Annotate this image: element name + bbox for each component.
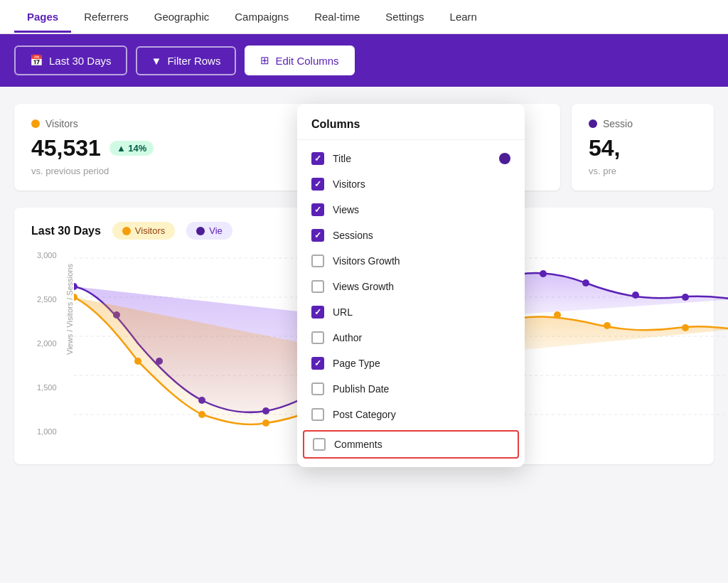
- svg-point-13: [134, 358, 141, 365]
- columns-icon: ⊞: [260, 54, 269, 67]
- col-comments[interactable]: Comments: [303, 430, 519, 459]
- nav-settings[interactable]: Settings: [373, 1, 437, 33]
- col-views[interactable]: Views: [297, 197, 525, 223]
- svg-point-20: [582, 279, 589, 287]
- sessions-sub: vs. pre: [589, 166, 697, 176]
- filter-rows-button[interactable]: ▼ Filter Rows: [136, 46, 237, 75]
- col-post-category[interactable]: Post Category: [297, 402, 525, 427]
- y-tick-1000: 1,000: [37, 427, 65, 436]
- sessions-value: 54,: [589, 135, 697, 161]
- col-publish-date-checkbox[interactable]: [311, 383, 324, 395]
- visitors-badge: ▲ 14%: [109, 141, 154, 156]
- y-axis: 3,000 2,500 2,000 1,500 1,000: [31, 251, 70, 450]
- toolbar: 📅 Last 30 Days ▼ Filter Rows ⊞ Edit Colu…: [0, 34, 728, 87]
- y-tick-3000: 3,000: [37, 251, 65, 260]
- col-visitors-growth[interactable]: Visitors Growth: [297, 248, 525, 274]
- col-visitors-growth-label: Visitors Growth: [333, 255, 400, 267]
- legend-visitors[interactable]: Visitors: [112, 222, 175, 240]
- col-views-label: Views: [333, 204, 359, 215]
- col-page-type-checkbox[interactable]: [311, 357, 324, 370]
- col-post-category-checkbox[interactable]: [311, 408, 324, 421]
- y-tick-2000: 2,000: [37, 339, 65, 348]
- svg-point-22: [682, 294, 689, 301]
- svg-point-15: [262, 419, 269, 427]
- svg-point-21: [632, 292, 639, 299]
- col-url-label: URL: [333, 306, 353, 318]
- col-page-type-label: Page Type: [333, 358, 380, 369]
- nav-learn[interactable]: Learn: [437, 1, 490, 33]
- calendar-icon: 📅: [30, 54, 43, 67]
- col-author-checkbox[interactable]: [311, 331, 324, 344]
- nav-geographic[interactable]: Geographic: [141, 1, 223, 33]
- y-tick-1500: 1,500: [37, 383, 65, 392]
- col-sessions-label: Sessions: [333, 230, 373, 241]
- svg-point-26: [604, 322, 611, 329]
- edit-columns-button[interactable]: ⊞ Edit Columns: [245, 46, 354, 75]
- nav-realtime[interactable]: Real-time: [301, 1, 373, 33]
- col-title-dot: [499, 153, 510, 164]
- svg-point-25: [554, 311, 561, 319]
- col-visitors-label: Visitors: [333, 178, 365, 190]
- col-views-growth-label: Views Growth: [333, 281, 394, 292]
- col-title[interactable]: Title: [297, 146, 525, 171]
- chart-title: Last 30 Days: [31, 225, 101, 237]
- nav-campaigns[interactable]: Campaigns: [222, 1, 301, 33]
- sessions-dot: [589, 119, 597, 128]
- col-comments-label: Comments: [334, 439, 382, 450]
- nav-pages[interactable]: Pages: [14, 1, 71, 33]
- svg-point-19: [540, 270, 547, 277]
- col-url-checkbox[interactable]: [311, 306, 324, 319]
- svg-point-5: [74, 283, 77, 290]
- svg-point-27: [682, 324, 689, 331]
- sessions-label: Sessio: [589, 118, 697, 129]
- filter-icon: ▼: [151, 55, 162, 67]
- sessions-card: Sessio 54, vs. pre: [572, 104, 714, 191]
- date-range-button[interactable]: 📅 Last 30 Days: [14, 46, 127, 75]
- col-publish-date-label: Publish Date: [333, 383, 389, 395]
- col-post-category-label: Post Category: [333, 409, 396, 420]
- col-sessions-checkbox[interactable]: [311, 229, 324, 242]
- col-views-growth[interactable]: Views Growth: [297, 274, 525, 299]
- y-tick-2500: 2,500: [37, 295, 65, 304]
- columns-panel-title: Columns: [297, 118, 525, 140]
- columns-dropdown: Columns Title Visitors Views Sessions Vi…: [297, 104, 525, 467]
- col-url[interactable]: URL: [297, 299, 525, 325]
- col-author-label: Author: [333, 332, 362, 343]
- legend-visitors-dot: [122, 227, 131, 235]
- col-publish-date[interactable]: Publish Date: [297, 376, 525, 402]
- col-visitors[interactable]: Visitors: [297, 171, 525, 197]
- col-title-checkbox[interactable]: [311, 152, 324, 165]
- navigation: Pages Referrers Geographic Campaigns Rea…: [0, 0, 728, 34]
- col-views-growth-checkbox[interactable]: [311, 280, 324, 293]
- nav-referrers[interactable]: Referrers: [71, 1, 141, 33]
- col-visitors-checkbox[interactable]: [311, 178, 324, 191]
- col-title-label: Title: [333, 153, 351, 164]
- legend-views[interactable]: Vie: [186, 222, 232, 240]
- col-comments-checkbox[interactable]: [313, 438, 326, 451]
- col-sessions[interactable]: Sessions: [297, 223, 525, 248]
- svg-point-14: [198, 411, 205, 418]
- col-visitors-growth-checkbox[interactable]: [311, 255, 324, 267]
- legend-views-dot: [196, 227, 205, 235]
- col-page-type[interactable]: Page Type: [297, 351, 525, 376]
- col-author[interactable]: Author: [297, 325, 525, 351]
- col-views-checkbox[interactable]: [311, 203, 324, 216]
- visitors-dot: [31, 119, 40, 128]
